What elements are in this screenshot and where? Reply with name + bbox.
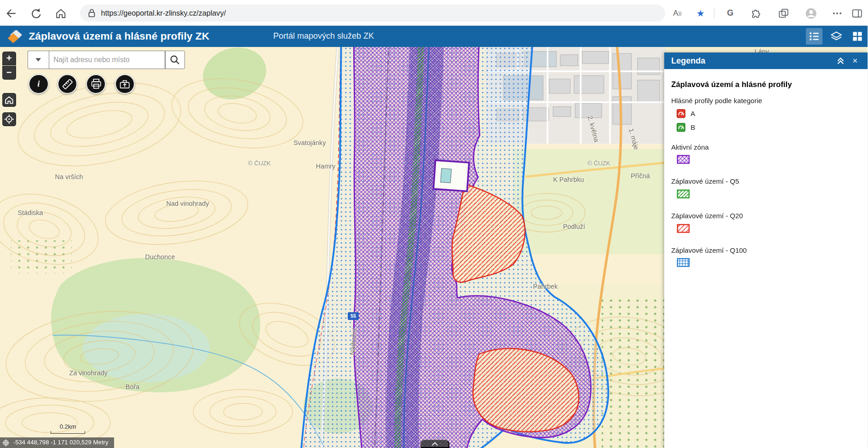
collections-icon	[777, 7, 789, 19]
attribution-expander[interactable]	[420, 440, 449, 448]
q20-zone-swatch	[671, 224, 860, 235]
street-label: K Pahrbku	[553, 176, 584, 183]
legend-close-button[interactable]: ×	[848, 54, 862, 68]
read-aloud-button[interactable]: A))	[671, 7, 683, 19]
crosshair-icon	[2, 439, 10, 447]
legend-title: Legenda	[671, 56, 834, 66]
sidebar-icon	[851, 7, 863, 19]
legend-toggle-button[interactable]	[806, 28, 822, 45]
grid-icon	[852, 31, 863, 42]
legend-zone-label: Aktivní zóna	[671, 143, 860, 151]
legend-item-profile-b: B	[671, 123, 860, 132]
search-source-dropdown[interactable]	[28, 51, 49, 69]
read-aloud-icon: A	[673, 9, 678, 18]
legend-item-label: A	[690, 110, 695, 117]
star-icon: ★	[696, 8, 705, 19]
print-tool-button[interactable]	[86, 74, 106, 94]
place-label: Stádiska	[17, 209, 43, 216]
place-label: Za vinohrady	[69, 369, 107, 377]
coordinate-readout: -534 448,798 -1 171 020,529 Metry	[0, 437, 114, 448]
legend-item-label: B	[690, 123, 695, 131]
legend-body: Záplavová území a hlásné profily Hlásné …	[664, 69, 868, 270]
scale-bar: 0.2km	[49, 423, 87, 434]
legend-zone-label: Záplavové území - Q20	[671, 212, 860, 220]
g-extension-button[interactable]: G	[724, 7, 736, 19]
basemap-gallery-button[interactable]	[849, 28, 866, 45]
search-icon	[169, 54, 180, 65]
measure-tool-button[interactable]	[57, 74, 77, 94]
puzzle-icon	[750, 7, 762, 19]
profile-b-icon	[677, 123, 685, 132]
locate-icon	[4, 114, 14, 124]
chevron-down-icon	[35, 58, 41, 62]
close-icon: ×	[852, 56, 857, 66]
address-bar[interactable]: https://geoportal.kr-zlinsky.cz/zaplavy/	[80, 5, 665, 22]
refresh-icon	[29, 7, 41, 19]
legend-profiles-heading: Hlásné profily podle kategorie	[671, 97, 860, 105]
place-label: Nad vinohrady	[167, 200, 209, 207]
road-shield: 55	[348, 312, 359, 320]
lock-icon	[86, 7, 97, 18]
browser-toolbar: https://geoportal.kr-zlinsky.cz/zaplavy/…	[0, 0, 868, 26]
favorite-star-button[interactable]: ★	[695, 7, 707, 19]
portal-subtitle: Portál mapových služeb ZK	[273, 26, 374, 47]
home-icon	[55, 7, 67, 19]
copyright-label: © ČUZK	[248, 160, 270, 167]
sidebar-button[interactable]	[851, 7, 863, 19]
place-label: Podluží	[563, 223, 585, 230]
place-label: Bořa	[126, 383, 139, 390]
back-button[interactable]	[3, 6, 19, 21]
measure-icon	[61, 77, 74, 91]
settings-menu-button[interactable]	[831, 7, 843, 19]
zoom-in-button[interactable]: +	[2, 52, 16, 65]
place-label: Duchonce	[145, 253, 175, 261]
print-icon	[90, 78, 102, 90]
zoom-control: + −	[2, 52, 16, 80]
active-zone-swatch	[671, 155, 860, 166]
info-icon: i	[37, 79, 40, 89]
app-logo	[6, 27, 24, 46]
zoom-out-button[interactable]: −	[2, 66, 16, 80]
copyright-label: © ČUZK	[587, 160, 610, 167]
scale-line	[51, 431, 85, 434]
avatar	[805, 7, 817, 19]
refresh-button[interactable]	[28, 6, 43, 21]
app-title: Záplavová území a hlásné profily ZK	[29, 26, 209, 47]
collections-button[interactable]	[777, 7, 789, 19]
info-tool-button[interactable]: i	[29, 74, 48, 94]
legend-collapse-button[interactable]	[834, 54, 848, 68]
layers-icon	[830, 30, 842, 42]
toolbar-divider	[714, 7, 714, 18]
place-label: Na vrších	[55, 173, 83, 180]
legend-zone-label: Záplavové území - Q5	[671, 177, 860, 185]
coordinates-text: -534 448,798 -1 171 020,529 Metry	[13, 439, 109, 446]
g-icon: G	[727, 8, 734, 18]
scale-label: 0.2km	[49, 423, 87, 430]
q100-zone-swatch	[671, 258, 860, 269]
legend-list-icon	[809, 31, 820, 42]
chevron-up-icon	[431, 442, 439, 447]
default-extent-button[interactable]	[2, 93, 16, 107]
export-map-button[interactable]	[115, 74, 135, 94]
home-button[interactable]	[53, 6, 69, 21]
profile-a-icon	[677, 109, 685, 118]
search-bar	[28, 51, 185, 69]
street-label: Příčná	[631, 172, 650, 180]
legend-header: Legenda ×	[664, 52, 868, 69]
legend-section-title: Záplavová území a hlásné profily	[671, 80, 860, 89]
q5-zone-swatch	[671, 189, 860, 201]
browser-window: https://geoportal.kr-zlinsky.cz/zaplavy/…	[0, 0, 868, 448]
legend-zone-label: Záplavové území - Q100	[671, 246, 860, 254]
home-extent-icon	[4, 95, 14, 105]
double-chevron-up-icon	[837, 57, 845, 65]
layers-button[interactable]	[828, 28, 845, 45]
search-input[interactable]	[49, 51, 165, 69]
export-icon	[119, 78, 131, 90]
ellipsis-icon	[832, 8, 843, 19]
place-label: Pahrbek	[533, 283, 558, 290]
locate-button[interactable]	[2, 112, 16, 126]
search-button[interactable]	[165, 51, 185, 69]
extensions-button[interactable]	[750, 7, 762, 19]
back-icon	[5, 7, 17, 19]
profile-button[interactable]	[805, 7, 817, 19]
